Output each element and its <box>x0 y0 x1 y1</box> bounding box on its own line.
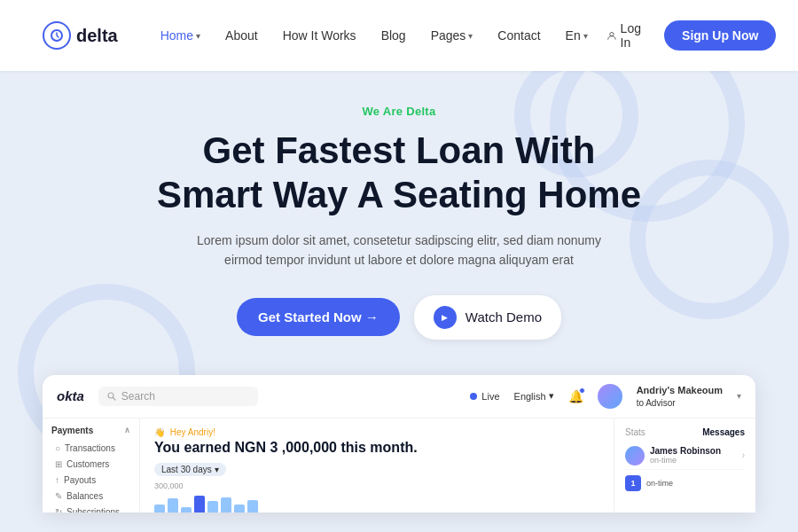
sidebar-item-transactions[interactable]: ○ Transactions <box>51 441 130 456</box>
nav-links: Home ▾ About How It Works Blog Pages ▾ C… <box>150 23 598 48</box>
sidebar-item-customers[interactable]: ⊞ Customers <box>51 457 130 472</box>
sidebar-item-payouts[interactable]: ↑ Payouts <box>51 473 130 488</box>
chart-bar <box>207 501 218 512</box>
page-wrapper: delta Home ▾ About How It Works Blog Pag… <box>0 0 798 532</box>
dashboard-avatar <box>598 384 622 409</box>
nav-pages[interactable]: Pages ▾ <box>420 23 484 48</box>
dashboard-sidebar: Payments ∧ ○ Transactions ⊞ Customers ↑ … <box>43 419 140 512</box>
balances-icon: ✎ <box>55 491 62 501</box>
sidebar-item-subscriptions[interactable]: ↻ Subscriptions <box>51 505 130 512</box>
signup-button[interactable]: Sign Up Now <box>664 20 776 51</box>
dashboard-logo: okta <box>57 388 84 403</box>
hero-subtitle: Lorem ipsum dolor sit amet, consetetur s… <box>186 231 612 270</box>
svg-point-1 <box>610 32 614 35</box>
chevron-down-icon: ▾ <box>583 31 588 41</box>
logo-icon <box>43 21 71 50</box>
notification-dot <box>579 387 585 394</box>
message-arrow-icon: › <box>742 450 745 460</box>
user-menu-chevron-icon[interactable]: ▾ <box>737 391 741 401</box>
dashboard-right-panel: Stats Messages James Robinson on-time › … <box>614 419 755 512</box>
navbar: delta Home ▾ About How It Works Blog Pag… <box>0 0 798 71</box>
dashboard-greeting: 👋 Hey Andriy! <box>154 427 599 437</box>
message-item[interactable]: James Robinson on-time › <box>625 442 745 470</box>
sidebar-section-payments: Payments ∧ <box>51 426 130 435</box>
chart-bar <box>221 497 231 512</box>
user-icon <box>607 29 616 42</box>
play-icon: ▶ <box>434 306 457 329</box>
dashboard-live-indicator: Live <box>470 391 499 402</box>
dashboard-stats-header: Stats Messages <box>625 427 745 437</box>
nav-contact[interactable]: Contact <box>487 23 551 48</box>
login-button[interactable]: Log In <box>598 16 653 55</box>
dashboard-preview: okta Search Live English ▾ 🔔 <box>43 375 755 512</box>
dashboard-bell-icon[interactable]: 🔔 <box>568 389 583 403</box>
chart-bars <box>154 493 599 512</box>
nav-how-it-works[interactable]: How It Works <box>272 23 367 48</box>
notification-row: 1 on-time <box>625 475 745 491</box>
search-icon <box>107 392 116 401</box>
chevron-down-icon: ▾ <box>196 31 200 41</box>
chart-bar <box>181 507 192 512</box>
message-info: James Robinson on-time <box>650 446 737 465</box>
hero-title: Get Fastest Loan With Smart Way A Seatin… <box>106 129 692 216</box>
transactions-icon: ○ <box>55 443 60 453</box>
chevron-down-icon: ▾ <box>468 31 473 41</box>
message-list: James Robinson on-time › <box>625 442 745 470</box>
dashboard-earned: You earned NGN 3 ,000,000 this month. <box>154 440 599 456</box>
hero-tag: We Are Delta <box>106 105 692 118</box>
nav-about[interactable]: About <box>215 23 269 48</box>
logo-text: delta <box>76 26 118 46</box>
live-dot <box>470 393 477 400</box>
nav-lang[interactable]: En ▾ <box>555 23 598 48</box>
notification-badge: 1 <box>625 475 641 491</box>
chevron-down-icon: ▾ <box>549 390 554 402</box>
dashboard-user-info: Andriy's Makeoum to Advisor <box>637 384 723 408</box>
message-avatar <box>625 446 645 466</box>
chevron-down-icon: ▾ <box>215 465 219 474</box>
dashboard-language-selector[interactable]: English ▾ <box>514 390 554 402</box>
chart-bar <box>168 498 178 512</box>
dashboard-search[interactable]: Search <box>98 387 258 406</box>
subscriptions-icon: ↻ <box>55 507 62 512</box>
chart-bar <box>234 505 245 512</box>
dashboard-navbar: okta Search Live English ▾ 🔔 <box>43 375 755 419</box>
hero-section: We Are Delta Get Fastest Loan With Smart… <box>0 71 798 364</box>
watch-demo-button[interactable]: ▶ Watch Demo <box>414 295 561 340</box>
filter-badge[interactable]: Last 30 days ▾ <box>154 463 226 476</box>
payouts-icon: ↑ <box>55 475 59 485</box>
chart-bar <box>247 500 258 512</box>
nav-actions: Log In Sign Up Now <box>598 16 777 55</box>
notification-text: on-time <box>646 479 673 488</box>
nav-home[interactable]: Home ▾ <box>150 23 211 48</box>
dashboard-main: 👋 Hey Andriy! You earned NGN 3 ,000,000 … <box>140 419 614 512</box>
logo[interactable]: delta <box>43 21 118 50</box>
messages-label: Messages <box>702 427 745 437</box>
chart-label: 300,000 <box>154 481 599 490</box>
nav-blog[interactable]: Blog <box>371 23 417 48</box>
chart-bar <box>154 505 165 512</box>
chart-bar <box>194 496 205 512</box>
dashboard-filter: Last 30 days ▾ <box>154 463 599 476</box>
get-started-button[interactable]: Get Started Now → <box>237 298 400 336</box>
sidebar-arrow-icon: ∧ <box>124 426 130 434</box>
hero-cta: Get Started Now → ▶ Watch Demo <box>106 295 692 340</box>
dashboard-body: Payments ∧ ○ Transactions ⊞ Customers ↑ … <box>43 419 755 512</box>
stats-label: Stats <box>625 427 645 437</box>
customers-icon: ⊞ <box>55 459 62 469</box>
sidebar-item-balances[interactable]: ✎ Balances <box>51 489 130 504</box>
